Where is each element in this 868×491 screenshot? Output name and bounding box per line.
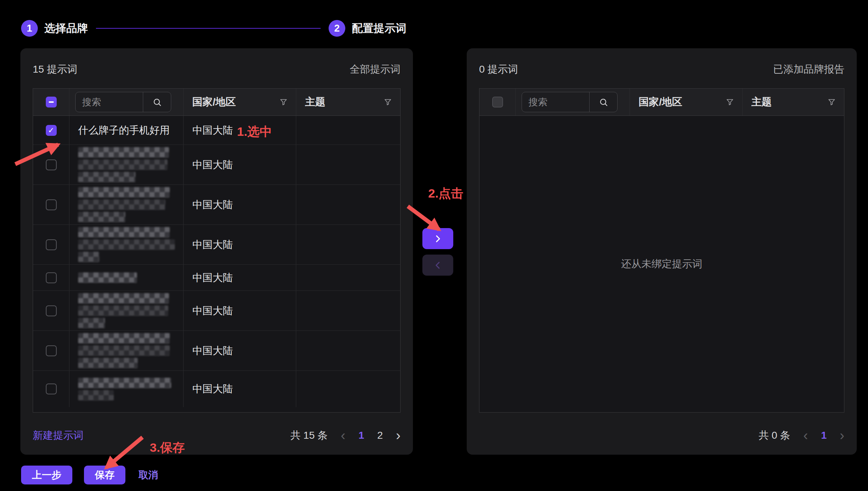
search-button[interactable]	[143, 92, 171, 112]
table-row: 中国大陆	[33, 331, 400, 371]
annotation-click-text: 2.点击	[428, 185, 463, 202]
save-button[interactable]: 保存	[84, 466, 125, 484]
right-pagination: 共 0 条 ‹ 1 ›	[759, 429, 844, 442]
prompt-search	[75, 92, 171, 112]
search-icon	[152, 97, 162, 107]
search-input[interactable]	[76, 92, 143, 112]
new-prompt-link[interactable]: 新建提示词	[33, 429, 84, 442]
row-checkbox[interactable]	[46, 305, 57, 316]
header-checkbox-cell	[33, 89, 69, 115]
left-pagination: 共 15 条 ‹ 1 2 ›	[290, 429, 401, 442]
country-cell: 中国大陆	[184, 238, 233, 252]
country-cell: 中国大陆	[184, 344, 233, 358]
country-cell: 中国大陆	[184, 271, 233, 285]
row-checkbox[interactable]	[46, 159, 57, 170]
topic-filter-icon[interactable]	[827, 98, 836, 106]
header-topic-cell: 主题	[743, 89, 844, 115]
table-header: 国家/地区 主题	[33, 89, 400, 116]
header-search-cell	[516, 89, 630, 115]
right-prev-page-icon[interactable]: ‹	[803, 429, 808, 442]
country-column-header: 国家/地区	[630, 95, 682, 109]
right-prompt-count: 0 提示词	[479, 62, 518, 76]
added-prompts-panel: 0 提示词 已添加品牌报告 国家/地区	[467, 48, 857, 455]
search-icon	[599, 97, 608, 107]
row-checkbox[interactable]	[46, 272, 57, 283]
row-checkbox[interactable]	[46, 345, 57, 356]
right-next-page-icon[interactable]: ›	[840, 429, 844, 442]
left-panel-title: 全部提示词	[350, 62, 401, 76]
left-page-1[interactable]: 1	[358, 430, 364, 441]
all-prompts-table: 国家/地区 主题 ✓什么牌子的手机好用中国大陆中国大陆中国大陆中国大陆中国大陆中…	[33, 88, 401, 413]
table-header: 国家/地区 主题	[479, 89, 844, 116]
chevron-left-icon	[433, 260, 443, 270]
stepper: 1 选择品牌 2 配置提示词	[21, 20, 406, 37]
step-1-label: 选择品牌	[44, 21, 88, 36]
header-checkbox-cell	[479, 89, 516, 115]
right-panel-title: 已添加品牌报告	[773, 62, 844, 76]
search-input[interactable]	[522, 92, 589, 112]
left-panel-footer: 新建提示词 共 15 条 ‹ 1 2 ›	[33, 429, 401, 442]
header-search-cell	[69, 89, 184, 115]
right-panel-header: 0 提示词 已添加品牌报告	[479, 61, 844, 77]
previous-step-button[interactable]: 上一步	[21, 466, 72, 484]
left-page-2[interactable]: 2	[377, 430, 383, 441]
redacted-prompt-text	[69, 187, 170, 222]
footer-actions: 上一步 保存 取消	[21, 466, 160, 484]
left-next-page-icon[interactable]: ›	[396, 429, 401, 442]
country-cell: 中国大陆	[184, 198, 233, 212]
redacted-prompt-text	[69, 227, 175, 262]
empty-state-text: 还从未绑定提示词	[621, 257, 703, 271]
row-checkbox[interactable]: ✓	[46, 125, 57, 136]
row-checkbox[interactable]	[46, 199, 57, 210]
chevron-right-icon	[433, 234, 443, 244]
country-filter-icon[interactable]	[279, 98, 288, 106]
redacted-prompt-text	[69, 333, 170, 368]
move-right-button[interactable]	[422, 228, 453, 249]
step-2-circle: 2	[329, 20, 345, 37]
country-column-header: 国家/地区	[184, 95, 236, 109]
left-panel-header: 15 提示词 全部提示词	[33, 61, 401, 77]
cancel-button[interactable]: 取消	[137, 466, 160, 484]
right-total-count: 共 0 条	[759, 429, 790, 442]
country-cell: 中国大陆	[184, 123, 233, 137]
added-prompts-table: 国家/地区 主题 还从未绑定提示词	[479, 88, 844, 413]
step-1-circle: 1	[21, 20, 38, 37]
header-topic-cell: 主题	[296, 89, 400, 115]
transfer-controls	[422, 228, 453, 276]
table-row: 中国大陆	[33, 185, 400, 225]
header-country-cell: 国家/地区	[630, 89, 743, 115]
right-panel-footer: 共 0 条 ‹ 1 ›	[479, 429, 844, 442]
row-checkbox[interactable]	[46, 239, 57, 250]
table-body: ✓什么牌子的手机好用中国大陆中国大陆中国大陆中国大陆中国大陆中国大陆中国大陆中国…	[33, 116, 400, 412]
country-cell: 中国大陆	[184, 304, 233, 318]
redacted-prompt-text	[69, 272, 137, 283]
topic-filter-icon[interactable]	[383, 98, 392, 106]
country-cell: 中国大陆	[184, 158, 233, 172]
step-connector-line	[96, 28, 321, 29]
table-row: ✓什么牌子的手机好用中国大陆	[33, 116, 400, 145]
right-page-1[interactable]: 1	[821, 430, 827, 441]
step-2-label: 配置提示词	[352, 21, 406, 36]
country-cell: 中国大陆	[184, 382, 233, 396]
table-row: 中国大陆	[33, 145, 400, 185]
table-row: 中国大陆	[33, 225, 400, 265]
prompt-search	[522, 92, 618, 112]
prompt-text: 什么牌子的手机好用	[69, 123, 170, 137]
left-prev-page-icon[interactable]: ‹	[341, 429, 346, 442]
row-checkbox[interactable]	[46, 384, 57, 394]
empty-table-body: 还从未绑定提示词	[479, 116, 844, 412]
table-row: 中国大陆	[33, 371, 400, 407]
header-country-cell: 国家/地区	[184, 89, 296, 115]
country-filter-icon[interactable]	[726, 98, 734, 106]
table-row: 中国大陆	[33, 291, 400, 331]
select-all-checkbox-disabled	[492, 97, 503, 107]
move-left-button[interactable]	[422, 255, 453, 276]
search-button[interactable]	[589, 92, 617, 112]
all-prompts-panel: 15 提示词 全部提示词 国家/地区	[20, 48, 413, 455]
redacted-prompt-text	[69, 293, 169, 328]
select-all-checkbox[interactable]	[46, 97, 57, 107]
topic-column-header: 主题	[296, 95, 325, 109]
redacted-prompt-text	[69, 147, 169, 182]
annotation-select-text: 1.选中	[237, 123, 272, 140]
left-total-count: 共 15 条	[290, 429, 328, 442]
